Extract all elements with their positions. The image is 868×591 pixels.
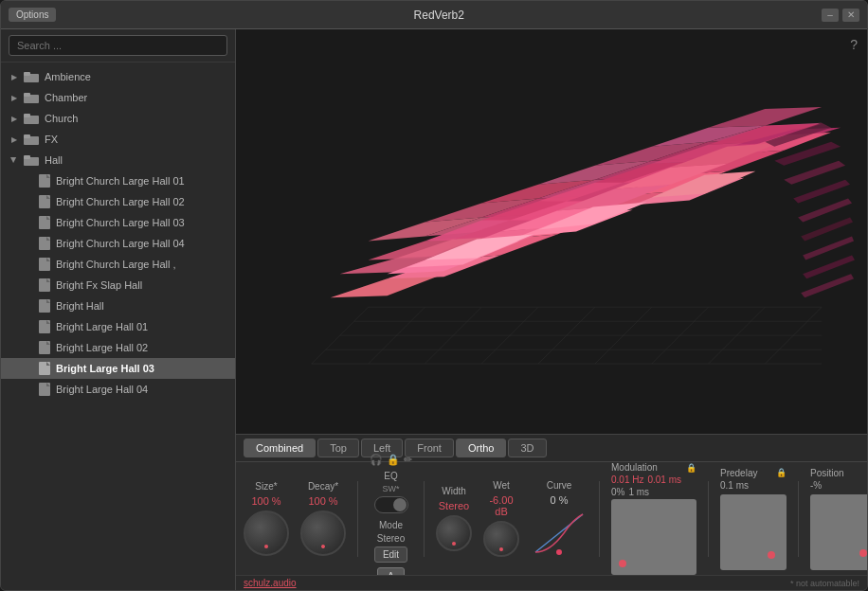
search-input[interactable]	[9, 35, 227, 56]
list-item-9[interactable]: Bright Large Hall 03	[1, 358, 235, 379]
mod-pct1: 0%	[611, 487, 624, 497]
mod-ms: 0.01 ms	[647, 475, 681, 485]
divider-5	[798, 481, 799, 557]
tab-combined[interactable]: Combined	[244, 439, 316, 457]
size-control: Size* 100 %	[244, 481, 289, 556]
list-item-1[interactable]: Bright Church Large Hall 02	[1, 191, 235, 212]
help-button[interactable]: ?	[850, 37, 858, 52]
width-label: Width	[442, 486, 466, 496]
search-container	[1, 29, 235, 63]
curve-display	[531, 510, 588, 557]
svg-marker-77	[801, 218, 853, 242]
modulation-vals2: 0% 1 ms	[611, 487, 696, 497]
visualization-area: ?	[236, 29, 867, 434]
reverb-3d-viz	[236, 29, 867, 434]
position-values: -%	[810, 480, 867, 491]
divider-2	[424, 481, 425, 557]
main-window: Options RedVerb2 – ✕ ▶ Ambience	[0, 0, 868, 591]
titlebar: Options RedVerb2 – ✕	[1, 1, 867, 29]
list-item-label-1: Bright Church Large Hall 02	[56, 196, 185, 207]
svg-marker-52	[331, 274, 444, 297]
eq-toggle[interactable]	[374, 496, 408, 513]
svg-rect-7	[24, 134, 30, 138]
decay-knob[interactable]	[300, 510, 346, 556]
list-item-3[interactable]: Bright Church Large Hall 04	[1, 233, 235, 254]
minimize-button[interactable]: –	[822, 9, 839, 22]
size-knob[interactable]	[244, 510, 289, 556]
size-label: Size*	[255, 481, 277, 492]
list-item-label-8: Bright Large Hall 02	[56, 342, 148, 353]
predelay-label: Predelay	[720, 468, 757, 478]
svg-marker-74	[784, 161, 845, 185]
modulation-header: Modulation 🔒	[611, 462, 696, 473]
pencil-icon: ✏	[404, 454, 412, 466]
headphone-lock-icons: 🎧 🔒 ✏	[370, 454, 412, 466]
mod-hz: 0.01 Hz	[611, 475, 643, 485]
list-item-5[interactable]: Bright Fx Slap Hall	[1, 275, 235, 296]
file-icon-9	[39, 362, 50, 375]
eq-toggle-thumb	[393, 498, 407, 511]
modulation-lock-icon: 🔒	[686, 463, 696, 473]
modulation-panel[interactable]	[611, 499, 696, 575]
close-button[interactable]: ✕	[842, 9, 859, 22]
tree-list: ▶ Ambience ▶ Chamber	[1, 63, 235, 590]
list-item-label-6: Bright Hall	[56, 300, 104, 312]
tab-front[interactable]: Front	[405, 439, 454, 457]
mod-pct2: 1 ms	[628, 487, 649, 497]
predelay-panel[interactable]	[720, 494, 787, 570]
wet-knob[interactable]	[483, 521, 519, 557]
edit-button[interactable]: Edit	[374, 546, 407, 563]
curve-label: Curve	[547, 480, 572, 491]
wet-control: Wet -6.00 dB	[483, 480, 519, 557]
pre-ms: 0.1 ms	[720, 480, 749, 491]
category-label-ambience: Ambience	[45, 71, 91, 82]
file-icon-10	[39, 383, 50, 396]
modulation-values: 0.01 Hz 0.01 ms	[611, 475, 696, 485]
list-item-label-7: Bright Large Hall 01	[56, 321, 148, 332]
folder-icon-fx	[24, 134, 39, 145]
decay-label: Decay*	[308, 481, 338, 492]
list-item-10[interactable]: Bright Large Hall 04	[1, 379, 235, 400]
list-item-7[interactable]: Bright Large Hall 01	[1, 316, 235, 337]
decay-value: 100 %	[308, 495, 337, 507]
options-button[interactable]: Options	[9, 8, 56, 22]
lock-icon: 🔒	[387, 454, 400, 466]
list-item-2[interactable]: Bright Church Large Hall 03	[1, 212, 235, 233]
divider-1	[357, 481, 358, 557]
list-item-6[interactable]: Bright Hall	[1, 296, 235, 316]
window-controls: – ✕	[822, 9, 859, 22]
file-icon-8	[39, 341, 50, 354]
titlebar-left: Options	[9, 8, 56, 22]
tab-top[interactable]: Top	[317, 439, 359, 457]
list-item-4[interactable]: Bright Church Large Hall ,	[1, 254, 235, 275]
predelay-header: Predelay 🔒	[720, 468, 787, 478]
category-label-chamber: Chamber	[45, 92, 87, 103]
list-item-0[interactable]: Bright Church Large Hall 01	[1, 170, 235, 191]
list-item-8[interactable]: Bright Large Hall 02	[1, 337, 235, 358]
list-item-label-0: Bright Church Large Hall 01	[56, 175, 185, 187]
tab-3d[interactable]: 3D	[508, 439, 546, 457]
predelay-dot	[768, 551, 775, 559]
tab-ortho[interactable]: Ortho	[456, 439, 507, 457]
predelay-lock-icon: 🔒	[776, 468, 787, 477]
tree-item-hall[interactable]: ▶ Hall	[1, 150, 235, 170]
position-panel[interactable]	[810, 494, 867, 570]
footer-link[interactable]: schulz.audio	[244, 578, 297, 588]
tree-item-chamber[interactable]: ▶ Chamber	[1, 87, 235, 108]
width-knob-dot	[452, 542, 456, 546]
tree-item-ambience[interactable]: ▶ Ambience	[1, 66, 235, 87]
tree-item-fx[interactable]: ▶ FX	[1, 129, 235, 150]
wet-knob-dot	[499, 547, 503, 551]
tree-item-church[interactable]: ▶ Church	[1, 108, 235, 129]
svg-marker-78	[803, 236, 854, 260]
footer-note: * not automatable!	[790, 579, 859, 588]
right-panel: ?	[236, 29, 867, 590]
svg-marker-76	[798, 199, 852, 223]
width-knob[interactable]	[436, 515, 472, 551]
modulation-group: Modulation 🔒 0.01 Hz 0.01 ms 0% 1 ms	[611, 462, 696, 575]
width-control: Width Stereo	[436, 486, 472, 551]
tree-arrow-hall: ▶	[9, 154, 20, 166]
list-item-label-10: Bright Large Hall 04	[56, 384, 148, 395]
file-icon-6	[39, 299, 50, 313]
sw-label: SW*	[383, 484, 400, 493]
